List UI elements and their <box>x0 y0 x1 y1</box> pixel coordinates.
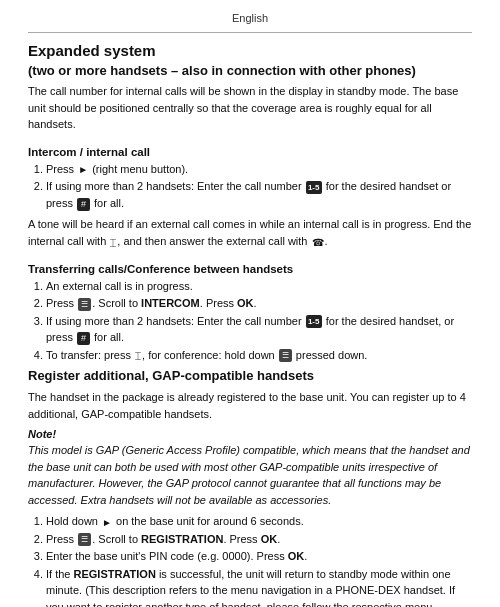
list-item: Press ☰. Scroll to REGISTRATION. Press O… <box>46 531 472 548</box>
header-label: English <box>28 12 472 24</box>
list-item: Press ☰. Scroll to INTERCOM. Press OK. <box>46 295 472 312</box>
intercom-note: A tone will be heard if an external call… <box>28 216 472 249</box>
transferring-title: Transferring calls/Conference between ha… <box>28 263 472 275</box>
hash-icon: # <box>77 198 90 211</box>
hold-icon: ► <box>102 515 112 530</box>
list-item: If using more than 2 handsets: Enter the… <box>46 313 472 346</box>
num-range-icon: 1-5 <box>306 181 322 194</box>
register-section: Register additional, GAP-compatible hand… <box>28 368 472 607</box>
transferring-section: Transferring calls/Conference between ha… <box>28 256 472 369</box>
transfer-icon: ⌶ <box>135 348 141 363</box>
hash-icon2: # <box>77 332 90 345</box>
register-intro: The handset in the package is already re… <box>28 389 472 422</box>
phone-right-icon: ► <box>78 162 88 177</box>
conf-icon: ☰ <box>279 349 292 362</box>
menu-icon2: ☰ <box>78 533 91 546</box>
register-note-body: This model is GAP (Generic Access Profil… <box>28 442 472 508</box>
section-main-title: Expanded system <box>28 41 472 61</box>
register-note-block: Note! This model is GAP (Generic Access … <box>28 428 472 508</box>
intercom-steps: Press ► (right menu button). If using mo… <box>46 161 472 212</box>
menu-icon: ☰ <box>78 298 91 311</box>
transferring-steps: An external call is in progress. Press ☰… <box>46 278 472 364</box>
end-call-icon: ⌶ <box>110 235 116 250</box>
section-main-subtitle: (two or more handsets – also in connecti… <box>28 63 472 80</box>
list-item: Enter the base unit's PIN code (e.g. 000… <box>46 548 472 565</box>
list-item: If using more than 2 handsets: Enter the… <box>46 178 472 211</box>
list-item: Press ► (right menu button). <box>46 161 472 178</box>
intercom-title: Intercom / internal call <box>28 146 472 158</box>
section-expanded-system: Expanded system (two or more handsets – … <box>28 41 472 139</box>
answer-call-icon: ☎ <box>312 235 324 250</box>
register-note-title: Note! <box>28 428 472 440</box>
list-item: Hold down ► on the base unit for around … <box>46 513 472 530</box>
intercom-section: Intercom / internal call Press ► (right … <box>28 139 472 256</box>
register-title: Register additional, GAP-compatible hand… <box>28 368 472 385</box>
list-item: To transfer: press ⌶, for conference: ho… <box>46 347 472 364</box>
list-item: If the REGISTRATION is successful, the u… <box>46 566 472 607</box>
list-item: An external call is in progress. <box>46 278 472 295</box>
page: English Expanded system (two or more han… <box>0 0 500 607</box>
register-steps: Hold down ► on the base unit for around … <box>46 513 472 607</box>
num-range-icon2: 1-5 <box>306 315 322 328</box>
section-intro: The call number for internal calls will … <box>28 83 472 133</box>
